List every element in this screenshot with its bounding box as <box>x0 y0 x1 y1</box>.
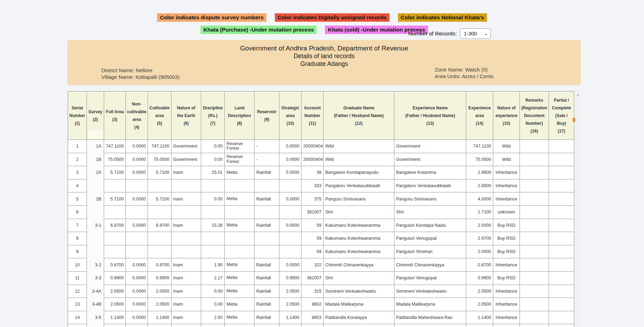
legend-notional-khata: Color indicates Notional Khata's <box>398 13 487 22</box>
table-cell: Somineni Venkateshwarlu <box>324 285 394 298</box>
table-cell: 0.9900 <box>279 272 301 285</box>
table-cell: Panguru Srinivasans <box>324 192 394 206</box>
page-subtitle: Details of land records <box>67 52 581 60</box>
table-cell: Government <box>394 140 466 153</box>
table-cell: 747.1100 <box>148 140 171 153</box>
table-cell: Rainfall <box>255 219 279 232</box>
table-cell: 2.0500 <box>466 285 493 298</box>
table-cell: 38 <box>301 166 324 179</box>
table-row: 73-16.97000.00006.9700Inam15.26MettaRain… <box>68 219 574 232</box>
table-cell <box>87 206 104 219</box>
table-cell: 13 <box>68 298 87 311</box>
table-cell: 20000404 <box>301 140 324 153</box>
table-cell <box>549 298 574 311</box>
table-cell: 6.9700 <box>104 219 126 232</box>
table-cell: 75.0500 <box>148 153 171 166</box>
table-cell: 20000404 <box>301 153 324 166</box>
table-cell <box>201 324 225 327</box>
table-cell <box>104 206 126 219</box>
column-header: Non-cultivablearea(4) <box>126 91 148 140</box>
table-cell: 1.90 <box>201 258 225 272</box>
table-cell <box>549 258 574 272</box>
table-cell: 2.8600 <box>466 166 493 179</box>
table-cell <box>148 179 171 193</box>
scroll-position-marker <box>572 118 575 122</box>
table-row: 6361007ShriShri1.7100unknown <box>68 206 574 219</box>
table-cell: 0.0000 <box>279 219 301 232</box>
table-cell: Inam <box>171 258 201 272</box>
records-count-label: Number of Records: <box>408 30 457 37</box>
table-cell: Inam <box>171 192 201 206</box>
table-cell: 2.0500 <box>104 298 126 311</box>
table-cell: 8602 <box>301 298 324 311</box>
table-cell <box>255 179 279 193</box>
table-cell: unknown <box>493 206 520 219</box>
survey-column-overlay <box>88 130 103 138</box>
table-cell: 2.9700 <box>466 232 493 245</box>
table-cell: Inheritance <box>493 192 520 206</box>
table-cell: 0.0000 <box>126 258 148 272</box>
table-cell: Shri <box>394 206 466 219</box>
table-cell: 375 <box>301 192 324 206</box>
table-cell <box>520 285 549 298</box>
table-cell: Metta <box>225 298 255 311</box>
column-header: Experiencearea(14) <box>466 91 493 140</box>
table-cell: Inheritance <box>493 258 520 272</box>
table-cell: 2.50 <box>201 311 225 325</box>
table-cell <box>520 298 549 311</box>
table-row: 4333Pangaluru VenkatasubbaiahPangaluru V… <box>68 179 574 193</box>
table-cell <box>549 219 574 232</box>
table-cell: 25.01 <box>201 166 225 179</box>
table-cell <box>549 140 574 153</box>
table-cell: 3-2 <box>87 258 104 272</box>
legend-khata-purchase: Khata (Purchase) -Under mutation process <box>201 26 317 34</box>
table-cell: 8603 <box>301 311 324 325</box>
table-cell: 1.1400 <box>466 311 493 325</box>
table-cell: Madala Mallikarjuna <box>394 298 466 311</box>
table-cell: 3-3 <box>87 272 104 285</box>
records-table: SerialNumber(1)Survey(2)Full Area(3)Non-… <box>68 91 574 327</box>
table-row: 123-4A2.05000.00002.0500Inam0.00MettaRai… <box>68 285 574 298</box>
table-cell: Metta <box>225 311 255 325</box>
table-cell: Panguluri Venugopal <box>394 232 466 245</box>
table-cell: 333 <box>301 179 324 193</box>
scroll-up-icon[interactable]: ▲ <box>575 93 581 97</box>
vertical-scrollbar[interactable]: ▲ <box>575 91 581 327</box>
table-cell: 0.0000 <box>126 192 148 206</box>
table-cell <box>225 232 255 245</box>
table-cell: Buy RSD <box>493 245 520 259</box>
table-cell: 1.1400 <box>104 311 126 325</box>
table-cell: 2.0500 <box>148 298 171 311</box>
table-header-row: SerialNumber(1)Survey(2)Full Area(3)Non-… <box>68 91 574 140</box>
table-cell: 75.0500 <box>104 153 126 166</box>
table-cell: 0.0000 <box>279 140 301 153</box>
records-count-select[interactable]: 1-300 ⌄ <box>460 28 491 39</box>
table-cell: Rainfall <box>255 258 279 272</box>
table-cell: 2.0500 <box>104 285 126 298</box>
table-cell: Bangalore Kotamma <box>394 166 466 179</box>
table-cell: 2.0000 <box>466 245 493 259</box>
table-cell: Inam <box>171 219 201 232</box>
table-cell <box>87 232 104 245</box>
table-cell: Inam <box>171 285 201 298</box>
table-cell <box>549 192 574 206</box>
table-cell: 1.7100 <box>466 206 493 219</box>
table-cell <box>520 272 549 285</box>
legend-digitally-unsigned: Color indicates Digitally unsigned recor… <box>275 13 389 22</box>
table-cell: 12 <box>68 285 87 298</box>
table-cell: 0.9900 <box>466 272 493 285</box>
table-cell: 5.7100 <box>104 192 126 206</box>
table-cell: Pangaluru Venkatasubbaiah <box>324 179 394 193</box>
table-cell: Chimmili Chinavenkayya <box>394 258 466 272</box>
table-cell <box>171 179 201 193</box>
table-cell <box>126 206 148 219</box>
table-cell: Rainfall <box>255 166 279 179</box>
table-cell <box>493 324 520 327</box>
table-cell: 0.00 <box>201 140 225 153</box>
table-row: 21B75.05000.000075.0500Government0.00Res… <box>68 153 574 166</box>
table-cell: Metta <box>225 272 255 285</box>
table-cell <box>104 179 126 193</box>
table-cell: Inheritance <box>493 179 520 193</box>
table-cell: Inam <box>171 272 201 285</box>
table-cell: 6.9700 <box>148 219 171 232</box>
